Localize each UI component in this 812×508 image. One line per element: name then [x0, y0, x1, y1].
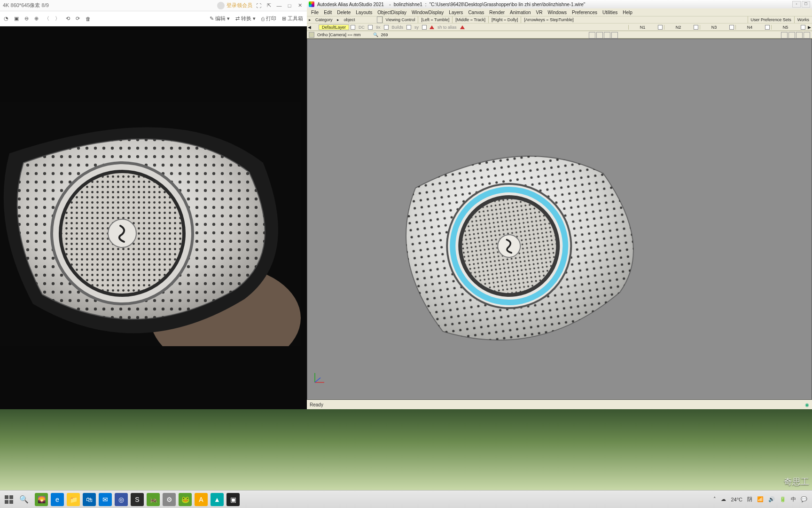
taskbar-app-0[interactable]: 🌄: [35, 493, 48, 506]
expand-icon[interactable]: ⛶: [254, 1, 263, 10]
menu-utilities[interactable]: Utilities: [600, 10, 620, 15]
taskbar-app-9[interactable]: 🐸: [179, 493, 192, 506]
tray-batt-icon[interactable]: 🔋: [780, 496, 786, 502]
menu-layouts[interactable]: Layouts: [353, 10, 375, 15]
viewer-image-area[interactable]: [0, 26, 307, 409]
lb-n3-chk[interactable]: [729, 25, 734, 30]
tray-notif-icon[interactable]: 💬: [801, 496, 807, 502]
lb-arrow-icon[interactable]: ◀: [307, 25, 312, 30]
menu-render[interactable]: Render: [487, 10, 507, 15]
status-text: Ready: [310, 402, 323, 407]
toolbox-button[interactable]: ⊞ 工具箱: [282, 15, 303, 22]
edit-button[interactable]: ✎ 编辑 ▾: [210, 15, 230, 22]
menu-objectdisplay[interactable]: ObjectDisplay: [375, 10, 409, 15]
tray-net-icon[interactable]: 📶: [757, 496, 764, 502]
close-button[interactable]: ✕: [296, 1, 304, 10]
menu-animation[interactable]: Animation: [508, 10, 533, 15]
vb-toggle-icon[interactable]: [309, 32, 314, 38]
alias-maximize-button[interactable]: □: [802, 1, 810, 8]
taskbar-app-2[interactable]: 📁: [67, 493, 80, 506]
tray-weather-label: 阴: [747, 496, 752, 503]
menu-layers[interactable]: Layers: [446, 10, 465, 15]
vp-ri-3[interactable]: [796, 32, 803, 39]
tray-vol-icon[interactable]: 🔊: [768, 496, 775, 502]
lb-n1-chk[interactable]: [658, 25, 663, 30]
vp-li-2[interactable]: [596, 32, 603, 39]
vp-li-4[interactable]: [611, 32, 618, 39]
alias-layer-bar: ◀ DefaultLayer DC 9x Builds sy sh to ali…: [307, 24, 812, 31]
menu-delete[interactable]: Delete: [335, 10, 353, 15]
vp-ri-1[interactable]: [781, 32, 788, 39]
menu-windows[interactable]: Windows: [545, 10, 569, 15]
taskbar-app-5[interactable]: ◎: [115, 493, 128, 506]
cl-color-swatch[interactable]: [377, 16, 383, 23]
prev-icon[interactable]: 〈: [44, 15, 49, 22]
menu-file[interactable]: File: [309, 10, 321, 15]
lb-n2-chk[interactable]: [694, 25, 698, 30]
menu-help[interactable]: Help: [620, 10, 635, 15]
zoom-out-icon[interactable]: ⊖: [24, 16, 29, 22]
taskbar-app-4[interactable]: ✉: [99, 493, 112, 506]
pin-icon[interactable]: ⇱: [265, 1, 273, 10]
taskbar-app-3[interactable]: 🛍: [83, 493, 96, 506]
alias-minimize-button[interactable]: -: [792, 1, 801, 8]
lb-n1[interactable]: N1: [628, 25, 656, 30]
menu-edit[interactable]: Edit: [321, 10, 334, 15]
login-link[interactable]: 登录领会员: [226, 2, 252, 9]
zoom-in-icon[interactable]: ⊕: [34, 16, 39, 22]
lb-chk-3[interactable]: [406, 25, 411, 30]
cl-arrow2-icon[interactable]: ▸: [336, 17, 341, 22]
menu-preferences[interactable]: Preferences: [570, 10, 600, 15]
avatar-icon[interactable]: [217, 2, 225, 9]
cl-object[interactable]: object: [341, 17, 358, 22]
taskbar-app-12[interactable]: ▣: [226, 493, 240, 506]
viewer-titlebar: 4K 860*645像素 8/9 登录领会员 ⛶ ⇱ ― □ ✕: [0, 0, 307, 11]
tray-weather-icon[interactable]: ☁: [721, 496, 726, 502]
rotate-left-icon[interactable]: ⟲: [66, 16, 70, 22]
next-icon[interactable]: 〉: [55, 15, 60, 22]
vp-li-3[interactable]: [604, 32, 610, 39]
tray-chevron-icon[interactable]: ˄: [713, 496, 716, 502]
rotate-right-icon[interactable]: ⟳: [76, 16, 80, 22]
lb-chk-4[interactable]: [422, 25, 427, 30]
menu-windowdisplay[interactable]: WindowDisplay: [409, 10, 446, 15]
taskbar-app-6[interactable]: S: [131, 493, 144, 506]
taskbar-app-11[interactable]: ▲: [211, 493, 224, 506]
lb-n5[interactable]: N5: [771, 25, 799, 30]
start-button[interactable]: [0, 491, 18, 508]
taskbar-app-1[interactable]: e: [51, 493, 64, 506]
lb-arrow-right-icon[interactable]: ▶: [807, 25, 812, 30]
lb-n5-chk[interactable]: [801, 25, 805, 30]
crop-icon[interactable]: ▣: [14, 16, 19, 22]
minimize-button[interactable]: ―: [275, 1, 283, 10]
convert-button[interactable]: ⇄ 转换 ▾: [235, 15, 256, 22]
cl-prefs[interactable]: User Preference Sets: [748, 16, 794, 23]
taskbar-app-7[interactable]: 🦗: [147, 493, 160, 506]
delete-icon[interactable]: 🗑: [86, 16, 91, 22]
print-button[interactable]: ⎙ 打印: [261, 15, 276, 22]
tray-ime[interactable]: 中: [791, 496, 796, 503]
lb-n2[interactable]: N2: [664, 25, 692, 30]
cl-category[interactable]: Category: [312, 17, 336, 22]
vp-ri-2[interactable]: [789, 32, 795, 39]
layer-check[interactable]: [351, 25, 355, 30]
lb-n3[interactable]: N3: [700, 25, 728, 30]
cl-arrow-icon[interactable]: ▸: [307, 17, 312, 22]
taskbar-app-8[interactable]: ⚙: [163, 493, 176, 506]
layer-default[interactable]: DefaultLayer: [319, 24, 349, 30]
menu-vr[interactable]: VR: [534, 10, 545, 15]
lb-chk-2[interactable]: [384, 25, 389, 30]
alias-viewport[interactable]: [307, 39, 812, 400]
status-net-icon[interactable]: ◉: [805, 402, 809, 407]
menu-canvas[interactable]: Canvas: [466, 10, 486, 15]
cl-works[interactable]: Works: [794, 16, 812, 23]
lb-chk-1[interactable]: [368, 25, 373, 30]
lb-n4-chk[interactable]: [765, 25, 770, 30]
vp-ri-4[interactable]: [804, 32, 810, 39]
search-icon[interactable]: 🔍: [18, 493, 30, 506]
timer-icon[interactable]: ◔: [4, 16, 8, 22]
vp-li-1[interactable]: [589, 32, 595, 39]
maximize-button[interactable]: □: [285, 1, 294, 10]
lb-n4[interactable]: N4: [735, 25, 764, 30]
taskbar-app-10[interactable]: A: [195, 493, 208, 506]
